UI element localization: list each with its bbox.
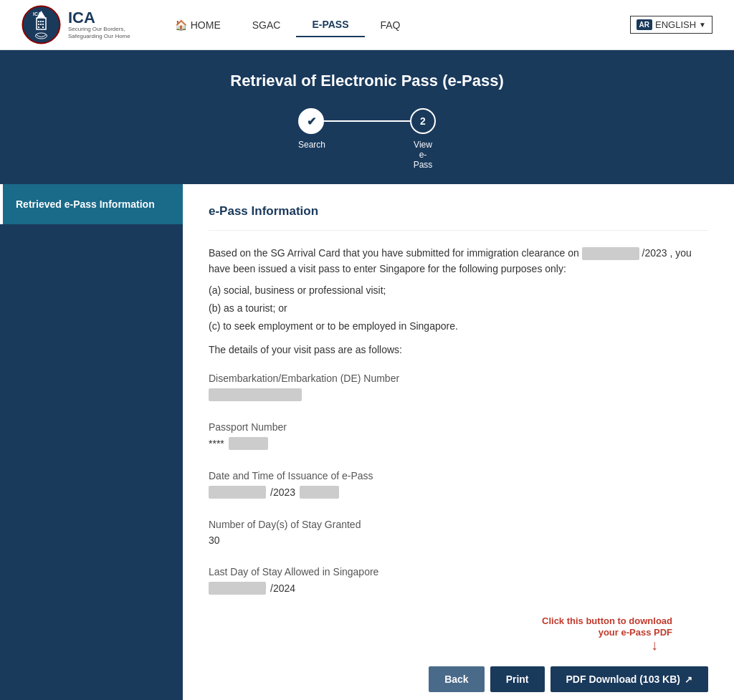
svg-rect-5 xyxy=(40,21,42,22)
back-button[interactable]: Back xyxy=(429,666,484,692)
hero-banner: Retrieval of Electronic Pass (e-Pass) ✔ … xyxy=(0,50,734,184)
svg-text:ICA: ICA xyxy=(33,11,42,16)
nav-sgac[interactable]: SGAC xyxy=(237,14,297,37)
purpose-item-2: (b) as a tourist; or xyxy=(209,299,708,317)
blurred-date xyxy=(582,247,639,260)
section-title: e-Pass Information xyxy=(209,204,708,219)
pdf-download-button[interactable]: PDF Download (103 KB) ↗ xyxy=(550,666,708,692)
blurred-issuance-date xyxy=(209,486,266,499)
download-area: Click this button to download your e-Pas… xyxy=(209,615,708,652)
purpose-item-1: (a) social, business or professional vis… xyxy=(209,282,708,299)
svg-rect-8 xyxy=(40,24,42,25)
external-link-icon: ↗ xyxy=(685,674,692,685)
print-button[interactable]: Print xyxy=(490,666,545,692)
field-de-label: Disembarkation/Embarkation (DE) Number xyxy=(209,373,708,384)
sidebar-item-label: Retrieved e-Pass Information xyxy=(16,198,155,210)
nav-faq[interactable]: FAQ xyxy=(365,14,416,37)
step-1-circle: ✔ xyxy=(298,108,324,134)
field-days-label: Number of Day(s) of Stay Granted xyxy=(209,519,708,530)
field-de-value xyxy=(209,388,708,401)
passport-stars: **** xyxy=(209,438,224,449)
sidebar-item-retrieved-epass: Retrieved e-Pass Information xyxy=(0,184,183,224)
tooltip-line2: your e-Pass PDF xyxy=(599,627,672,638)
field-passport-label: Passport Number xyxy=(209,421,708,433)
steps-container: ✔ 2 xyxy=(14,108,720,134)
home-icon: 🏠 xyxy=(175,19,187,31)
main-content: e-Pass Information Based on the SG Arriv… xyxy=(183,184,734,700)
field-de-number: Disembarkation/Embarkation (DE) Number xyxy=(209,373,708,401)
last-day-suffix: /2024 xyxy=(270,582,295,594)
field-last-day-value: /2024 xyxy=(209,582,708,595)
logo-text: ICA Securing Our Borders,Safeguarding Ou… xyxy=(68,10,130,39)
steps-labels: Search View e-Pass xyxy=(14,140,720,170)
step-2-circle: 2 xyxy=(410,108,436,134)
field-days-granted: Number of Day(s) of Stay Granted 30 xyxy=(209,519,708,546)
site-header: ICA ICA Securing Our Borders,Safeguardin… xyxy=(0,0,734,50)
step-line xyxy=(324,120,410,122)
blurred-de-number xyxy=(209,388,302,401)
step-2-label: View e-Pass xyxy=(410,140,436,170)
language-selector[interactable]: AR ENGLISH ▼ xyxy=(630,16,712,34)
field-days-value: 30 xyxy=(209,534,708,546)
issuance-date-suffix: /2023 xyxy=(270,486,295,498)
field-last-day: Last Day of Stay Allowed in Singapore /2… xyxy=(209,566,708,595)
details-text: The details of your visit pass are as fo… xyxy=(209,344,708,355)
nav-home[interactable]: 🏠 HOME xyxy=(159,14,237,37)
purpose-item-3: (c) to seek employment or to be employed… xyxy=(209,317,708,335)
step-2-number: 2 xyxy=(420,115,426,127)
language-label: ENGLISH xyxy=(655,19,696,30)
tooltip-line1: Click this button to download xyxy=(542,615,672,626)
header-right: AR ENGLISH ▼ xyxy=(630,16,712,34)
field-passport-value: **** xyxy=(209,437,708,450)
ica-logo: ICA xyxy=(22,5,61,44)
page-title: Retrieval of Electronic Pass (e-Pass) xyxy=(14,72,720,90)
svg-rect-4 xyxy=(38,21,39,22)
field-issuance-date: Date and Time of Issuance of e-Pass /202… xyxy=(209,470,708,499)
checkmark-icon: ✔ xyxy=(307,115,316,128)
days-value: 30 xyxy=(209,534,220,546)
svg-rect-9 xyxy=(42,24,44,25)
blurred-last-day xyxy=(209,582,266,595)
logo-area: ICA ICA Securing Our Borders,Safeguardin… xyxy=(22,5,130,44)
field-last-day-label: Last Day of Stay Allowed in Singapore xyxy=(209,566,708,577)
main-layout: Retrieved e-Pass Information e-Pass Info… xyxy=(0,184,734,700)
action-buttons: Back Print PDF Download (103 KB) ↗ xyxy=(209,659,708,692)
svg-rect-11 xyxy=(42,27,44,28)
blurred-issuance-time xyxy=(300,486,339,499)
blurred-passport xyxy=(229,437,268,450)
tooltip-arrow-container: ↓ xyxy=(651,638,658,652)
svg-rect-10 xyxy=(38,27,39,28)
field-issuance-label: Date and Time of Issuance of e-Pass xyxy=(209,470,708,481)
chevron-down-icon: ▼ xyxy=(699,21,706,29)
language-icon: AR xyxy=(637,19,652,30)
nav-epass[interactable]: E-PASS xyxy=(296,13,364,37)
arrow-down-icon: ↓ xyxy=(651,637,658,653)
tooltip-text: Click this button to download your e-Pas… xyxy=(542,615,672,638)
main-nav: 🏠 HOME SGAC E-PASS FAQ xyxy=(159,13,630,37)
field-passport: Passport Number **** xyxy=(209,421,708,450)
svg-rect-7 xyxy=(38,24,39,25)
divider xyxy=(209,230,708,231)
field-issuance-value: /2023 xyxy=(209,486,708,499)
intro-paragraph: Based on the SG Arrival Card that you ha… xyxy=(209,245,708,277)
svg-rect-6 xyxy=(42,21,44,22)
sidebar: Retrieved e-Pass Information xyxy=(0,184,183,700)
step-1-label: Search xyxy=(298,140,324,150)
purposes-list: (a) social, business or professional vis… xyxy=(209,282,708,336)
